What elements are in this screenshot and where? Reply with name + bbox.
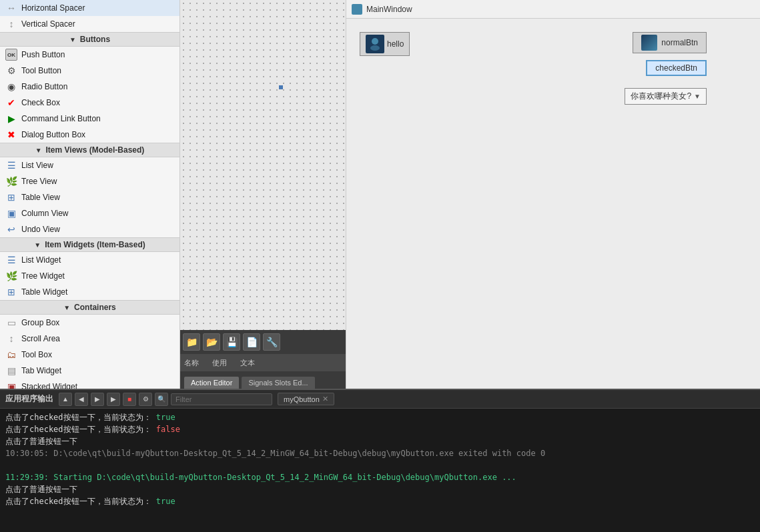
sidebar-label-push-button: Push Button	[21, 50, 65, 59]
hello-button-label: hello	[387, 39, 404, 49]
canvas-dot	[279, 85, 283, 89]
sidebar-label-horizontal-spacer: Horizontal Spacer	[21, 3, 85, 13]
tool-box-icon: 🗂	[5, 349, 17, 361]
output-btn-play[interactable]: ▶	[107, 393, 120, 406]
sidebar-item-stacked-widget[interactable]: ▣ Stacked Widget	[0, 379, 179, 389]
root-container: ↔ Horizontal Spacer ↕ Vertical Spacer ▼ …	[0, 0, 760, 532]
sidebar-item-tab-widget[interactable]: ▤ Tab Widget	[0, 363, 179, 379]
output-title: 应用程序输出	[5, 393, 53, 405]
scroll-area-icon: ↕	[5, 333, 17, 345]
sidebar-label-tab-widget: Tab Widget	[21, 366, 61, 375]
output-btn-left[interactable]: ◀	[75, 393, 88, 406]
hello-button[interactable]: hello	[360, 32, 410, 56]
sidebar-item-tool-box[interactable]: 🗂 Tool Box	[0, 347, 179, 363]
preview-area: MainWindow hello normalBtn	[346, 0, 760, 389]
output-header: 应用程序输出 ▲ ◀ ▶ ▶ ■ ⚙ 🔍 myQbutton ✕	[0, 390, 760, 409]
item-widgets-arrow: ▼	[34, 241, 41, 249]
output-controls: ▲ ◀ ▶ ▶ ■ ⚙ 🔍	[59, 393, 272, 406]
sidebar-item-undo-view[interactable]: ↩ Undo View	[0, 221, 179, 237]
category-item-views-label: Item Views (Model-Based)	[46, 145, 145, 155]
output-btn-debug[interactable]: ⚙	[139, 393, 152, 406]
property-text: 文本	[240, 358, 255, 368]
sidebar-label-tool-button: Tool Button	[21, 66, 61, 75]
output-line-5	[5, 459, 755, 471]
designer-canvas[interactable]	[180, 0, 346, 330]
normal-button-label: normalBtn	[661, 38, 698, 47]
hello-button-icon	[366, 35, 384, 53]
tree-view-icon: 🌿	[5, 175, 17, 187]
sidebar-item-dialog-button-box[interactable]: ✖ Dialog Button Box	[0, 127, 179, 143]
output-line-1: 点击了checked按钮一下，当前状态为： true	[5, 411, 755, 423]
sidebar-item-check-box[interactable]: ✔ Check Box	[0, 95, 179, 111]
svg-point-1	[370, 45, 380, 51]
output-btn-stop[interactable]: ■	[123, 393, 136, 406]
check-box-icon: ✔	[5, 97, 17, 109]
output-filter-input[interactable]	[171, 393, 272, 405]
property-row: 名称 使用 文本	[180, 354, 346, 371]
checked-button[interactable]: checkedBtn	[646, 60, 707, 76]
buttons-arrow: ▼	[69, 36, 76, 43]
tree-widget-icon: 🌿	[5, 270, 17, 282]
tool-button-icon: ⚙	[5, 65, 17, 77]
item-views-arrow: ▼	[35, 147, 42, 154]
category-item-widgets-label: Item Widgets (Item-Based)	[45, 240, 145, 249]
toolbar-btn-2[interactable]: 📂	[203, 333, 220, 351]
sidebar-label-tree-widget: Tree Widget	[21, 271, 65, 281]
sidebar-item-scroll-area[interactable]: ↕ Scroll Area	[0, 331, 179, 347]
sidebar-item-radio-button[interactable]: ◉ Radio Button	[0, 79, 179, 95]
output-value-1: true	[151, 413, 175, 422]
sidebar-item-tree-view[interactable]: 🌿 Tree View	[0, 173, 179, 189]
dialog-button-box-icon: ✖	[5, 129, 17, 141]
output-tab-myqbutton[interactable]: myQbutton ✕	[278, 393, 334, 405]
tab-signals-slots[interactable]: Signals Slots Ed...	[242, 377, 314, 389]
preview-title: MainWindow	[366, 5, 412, 14]
output-line-6: 11:29:39: Starting D:\code\qt\build-myQb…	[5, 471, 755, 483]
combo-box[interactable]: 你喜欢哪种美女? ▼	[625, 88, 707, 105]
sidebar-item-tree-widget[interactable]: 🌿 Tree Widget	[0, 268, 179, 284]
sidebar-item-list-view[interactable]: ☰ List View	[0, 157, 179, 173]
sidebar-item-vertical-spacer[interactable]: ↕ Vertical Spacer	[0, 16, 179, 32]
toolbar-btn-4[interactable]: 📄	[243, 333, 260, 351]
sidebar-item-command-link-button[interactable]: ▶ Command Link Button	[0, 111, 179, 127]
sidebar-item-table-widget[interactable]: ⊞ Table Widget	[0, 284, 179, 300]
output-tab-label: myQbutton	[284, 395, 320, 403]
output-content: 点击了checked按钮一下，当前状态为： true 点击了checked按钮一…	[0, 409, 760, 532]
normal-button-icon	[641, 35, 657, 51]
normal-button[interactable]: normalBtn	[633, 32, 707, 53]
output-area: 应用程序输出 ▲ ◀ ▶ ▶ ■ ⚙ 🔍 myQbutton ✕ 点击了chec…	[0, 389, 760, 532]
sidebar-label-tree-view: Tree View	[21, 177, 57, 186]
output-line-3: 点击了普通按钮一下	[5, 435, 755, 447]
output-value-2: false	[151, 425, 180, 434]
top-area: ↔ Horizontal Spacer ↕ Vertical Spacer ▼ …	[0, 0, 760, 389]
sidebar-item-table-view[interactable]: ⊞ Table View	[0, 189, 179, 205]
command-link-button-icon: ▶	[5, 113, 17, 125]
list-widget-icon: ☰	[5, 254, 17, 266]
output-btn-up[interactable]: ▲	[59, 393, 72, 406]
table-view-icon: ⊞	[5, 191, 17, 203]
sidebar-item-group-box[interactable]: ▭ Group Box	[0, 315, 179, 331]
sidebar-item-horizontal-spacer[interactable]: ↔ Horizontal Spacer	[0, 0, 179, 16]
category-item-views: ▼ Item Views (Model-Based)	[0, 143, 179, 157]
sidebar-item-column-view[interactable]: ▣ Column View	[0, 205, 179, 221]
combo-arrow-icon: ▼	[694, 93, 701, 100]
toolbar-btn-3[interactable]: 💾	[223, 333, 240, 351]
toolbar-btn-5[interactable]: 🔧	[263, 333, 280, 351]
property-name: 名称	[184, 358, 199, 368]
output-btn-right[interactable]: ▶	[91, 393, 104, 406]
sidebar-item-tool-button[interactable]: ⚙ Tool Button	[0, 63, 179, 79]
toolbar-btn-1[interactable]: 📁	[183, 333, 200, 351]
tab-action-editor[interactable]: Action Editor	[184, 377, 239, 389]
combo-box-label: 你喜欢哪种美女?	[631, 91, 691, 102]
designer-toolbar: 📁 📂 💾 📄 🔧	[180, 330, 346, 354]
category-containers-label: Containers	[74, 303, 116, 312]
output-line-2: 点击了checked按钮一下，当前状态为： false	[5, 423, 755, 435]
sidebar-label-table-view: Table View	[21, 193, 60, 202]
checked-button-label: checkedBtn	[655, 63, 697, 73]
sidebar-label-command-link-button: Command Link Button	[21, 114, 101, 123]
vertical-spacer-icon: ↕	[5, 18, 17, 30]
sidebar-item-list-widget[interactable]: ☰ List Widget	[0, 252, 179, 268]
sidebar-item-push-button[interactable]: OK Push Button	[0, 47, 179, 63]
horizontal-spacer-icon: ↔	[5, 2, 17, 14]
table-widget-icon: ⊞	[5, 286, 17, 298]
output-tab-close-icon[interactable]: ✕	[322, 395, 328, 403]
